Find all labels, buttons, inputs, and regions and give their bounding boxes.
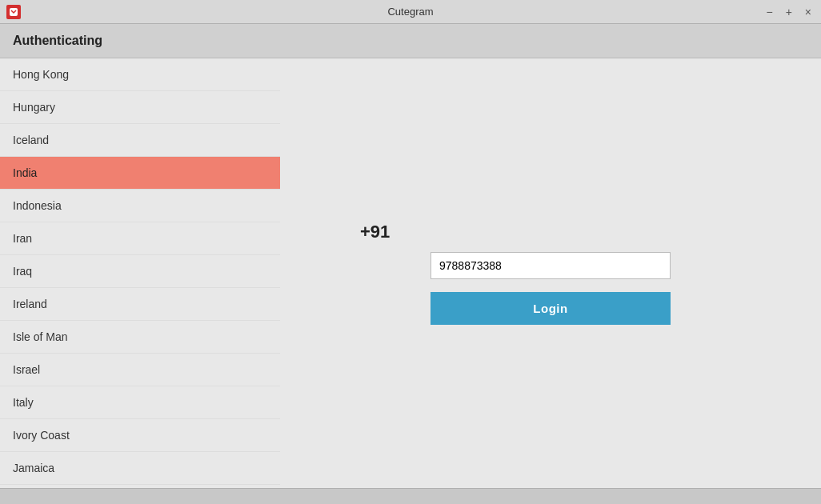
minimize-button[interactable]: − — [763, 5, 775, 19]
list-item[interactable]: Hungary — [0, 91, 280, 124]
titlebar-left — [6, 5, 27, 19]
list-item[interactable]: Ivory Coast — [0, 419, 280, 452]
list-item[interactable]: Jamaica — [0, 452, 280, 485]
list-item[interactable]: Ireland — [0, 288, 280, 321]
app-icon — [6, 5, 21, 19]
phone-input[interactable] — [431, 252, 671, 279]
list-item[interactable]: Israel — [0, 354, 280, 386]
titlebar: Cutegram − + × — [0, 0, 821, 24]
app-logo-icon — [9, 7, 18, 17]
list-item[interactable]: Indonesia — [0, 190, 280, 222]
window-controls: − + × — [763, 5, 815, 19]
window-title: Cutegram — [387, 6, 433, 18]
list-item[interactable]: Iraq — [0, 255, 280, 288]
close-button[interactable]: × — [802, 5, 815, 19]
status-bar — [0, 488, 821, 504]
list-item[interactable]: India — [0, 157, 280, 190]
right-panel: +91 Login — [280, 58, 821, 488]
maximize-button[interactable]: + — [783, 5, 795, 19]
list-item[interactable]: Iran — [0, 222, 280, 255]
header-bar: Authenticating — [0, 24, 821, 58]
list-item[interactable]: Hong Kong — [0, 58, 280, 91]
country-list: Hong KongHungaryIcelandIndiaIndonesiaIra… — [0, 58, 280, 488]
page-title: Authenticating — [13, 34, 102, 47]
list-item[interactable]: Iceland — [0, 124, 280, 157]
phone-code: +91 — [360, 222, 390, 242]
login-button[interactable]: Login — [431, 292, 671, 325]
list-item[interactable]: Isle of Man — [0, 321, 280, 354]
main-content: Hong KongHungaryIcelandIndiaIndonesiaIra… — [0, 58, 821, 488]
list-item[interactable]: Italy — [0, 386, 280, 419]
